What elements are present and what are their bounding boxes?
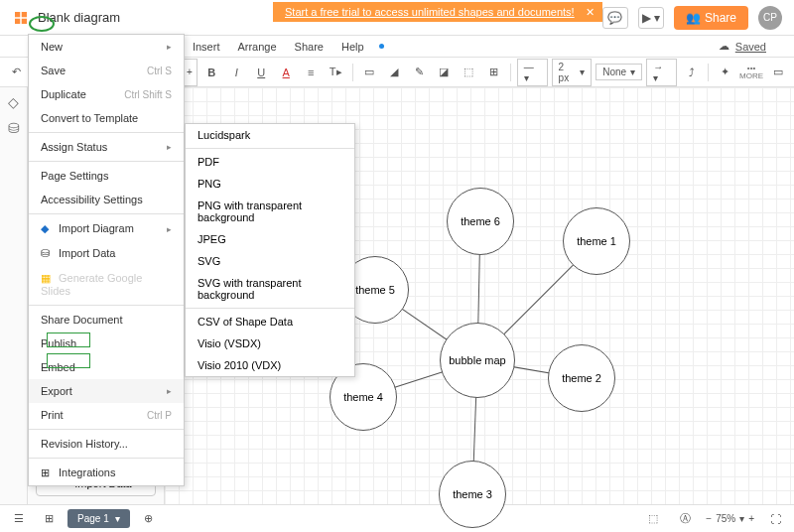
menu-share[interactable]: Share — [292, 39, 327, 55]
arrow-start[interactable]: None ▾ — [596, 64, 642, 80]
saved-status[interactable]: Saved — [735, 41, 766, 53]
app-logo — [12, 9, 30, 27]
page-tab[interactable]: Page 1 ▾ — [67, 509, 130, 528]
list-view-icon[interactable]: ☰ — [8, 508, 30, 530]
fm-publish[interactable]: Publish — [29, 332, 184, 355]
magic-icon[interactable]: ✦ — [715, 62, 735, 83]
ex-png[interactable]: PNG — [186, 173, 354, 195]
text-color-icon[interactable]: A — [276, 62, 297, 83]
fm-share-doc[interactable]: Share Document — [29, 308, 184, 332]
italic-icon[interactable]: I — [226, 62, 247, 83]
zoom-in-icon[interactable]: + — [748, 513, 754, 524]
line-type-icon[interactable]: ⤴ — [681, 62, 702, 83]
menu-insert[interactable]: Insert — [190, 39, 223, 55]
promo-banner[interactable]: Start a free trial to access unlimited s… — [273, 2, 602, 22]
align-icon[interactable]: ≡ — [301, 62, 322, 83]
document-title: Blank diagram — [38, 10, 120, 25]
line-pattern[interactable]: — ▾ — [517, 59, 548, 86]
cloud-icon: ☁ — [719, 40, 729, 53]
more-button[interactable]: •••MORE — [739, 65, 763, 80]
close-icon[interactable]: ✕ — [586, 6, 595, 19]
zoom-out-icon[interactable]: − — [706, 513, 712, 524]
shapes-rail-icon[interactable]: ◇ — [5, 93, 23, 111]
file-dropdown: New▸ SaveCtrl S DuplicateCtrl Shift S Co… — [28, 34, 185, 486]
fm-export[interactable]: Export▸ — [29, 379, 184, 403]
ex-lucidspark[interactable]: Lucidspark — [186, 124, 354, 146]
lock-icon[interactable]: ⊞ — [483, 62, 504, 83]
undo-icon[interactable]: ↶ — [6, 62, 27, 83]
zoom-control[interactable]: − 75% ▾ + — [706, 513, 754, 524]
line-weight[interactable]: 2 px ▾ — [552, 59, 593, 86]
status-dot — [379, 44, 384, 49]
fill-icon[interactable]: ▭ — [359, 62, 380, 83]
fm-embed[interactable]: Embed — [29, 355, 184, 379]
ex-png-trans[interactable]: PNG with transparent background — [186, 195, 354, 228]
fm-import-diagram[interactable]: ◆Import Diagram▸ — [29, 216, 184, 241]
fm-page-settings[interactable]: Page Settings — [29, 164, 184, 188]
bold-icon[interactable]: B — [201, 62, 222, 83]
bubble-theme-3[interactable]: theme 3 — [439, 461, 506, 528]
export-submenu: Lucidspark PDF PNG PNG with transparent … — [185, 123, 355, 377]
fm-import-data[interactable]: ⛁Import Data — [29, 241, 184, 266]
ex-vdx[interactable]: Visio 2010 (VDX) — [186, 354, 354, 376]
border-color-icon[interactable]: ✎ — [409, 62, 430, 83]
fm-integrations[interactable]: ⊞Integrations — [29, 461, 184, 485]
present-icon[interactable]: ▶ ▾ — [638, 7, 664, 29]
comment-icon[interactable]: 💬 — [602, 7, 628, 29]
bubble-theme-6[interactable]: theme 6 — [447, 188, 514, 255]
share-button[interactable]: 👥 Share — [674, 6, 748, 30]
shadow-icon[interactable]: ◪ — [434, 62, 455, 83]
fullscreen-icon[interactable]: ⛶ — [764, 508, 786, 530]
bubble-theme-2[interactable]: theme 2 — [548, 344, 615, 412]
ex-jpeg[interactable]: JPEG — [186, 228, 354, 250]
fm-gen-slides: ▦Generate Google Slides — [29, 266, 184, 303]
ex-vsdx[interactable]: Visio (VSDX) — [186, 332, 354, 354]
fm-save[interactable]: SaveCtrl S — [29, 59, 184, 82]
toggle-panel-icon[interactable]: ▭ — [767, 62, 788, 83]
data-rail-icon[interactable]: ⛁ — [5, 119, 23, 137]
fm-duplicate[interactable]: DuplicateCtrl Shift S — [29, 82, 184, 106]
bubble-bubble-map[interactable]: bubble map — [440, 323, 515, 398]
fm-revision[interactable]: Revision History... — [29, 432, 184, 456]
text-options-icon[interactable]: T▸ — [326, 62, 346, 83]
add-page-icon[interactable]: ⊕ — [138, 508, 160, 530]
fm-convert[interactable]: Convert to Template — [29, 106, 184, 130]
shape-options-icon[interactable]: ⬚ — [459, 62, 479, 83]
fm-print[interactable]: PrintCtrl P — [29, 403, 184, 427]
layers-icon[interactable]: ⬚ — [642, 508, 664, 530]
ex-csv[interactable]: CSV of Shape Data — [186, 311, 354, 332]
bubble-theme-1[interactable]: theme 1 — [563, 207, 630, 275]
fm-assign[interactable]: Assign Status▸ — [29, 135, 184, 159]
a11y-icon[interactable]: Ⓐ — [674, 508, 696, 530]
menu-arrange[interactable]: Arrange — [234, 39, 279, 55]
fill-color-icon[interactable]: ◢ — [384, 62, 405, 83]
ex-svg[interactable]: SVG — [186, 250, 354, 272]
ex-pdf[interactable]: PDF — [186, 151, 354, 173]
grid-view-icon[interactable]: ⊞ — [38, 508, 60, 530]
menu-help[interactable]: Help — [338, 39, 367, 55]
fm-a11y[interactable]: Accessibility Settings — [29, 188, 184, 211]
fm-new[interactable]: New▸ — [29, 35, 184, 59]
underline-icon[interactable]: U — [251, 62, 272, 83]
ex-svg-trans[interactable]: SVG with transparent background — [186, 272, 354, 306]
avatar[interactable]: CP — [758, 6, 782, 30]
arrow-end[interactable]: → ▾ — [646, 59, 677, 86]
